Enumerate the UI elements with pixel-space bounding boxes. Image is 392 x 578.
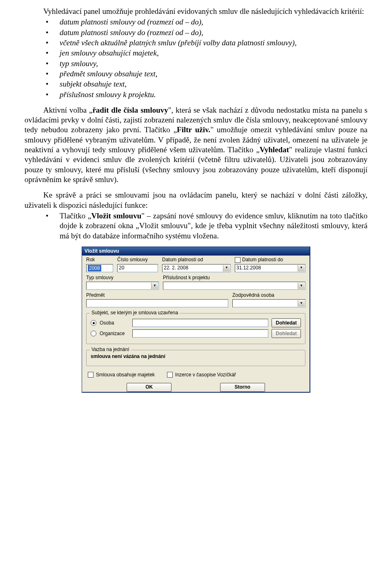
platdo-label: Datum platnosti do (242, 257, 283, 263)
vazba-groupbox: Vazba na jednání smlouva není vázána na … (86, 350, 305, 366)
platdo-checkbox[interactable] (235, 257, 241, 263)
prislusnost-label: Příslušnost k projektu (163, 275, 305, 281)
typ-label: Typ smlouvy (86, 275, 159, 281)
majetek-checkbox[interactable] (88, 372, 94, 378)
ok-button[interactable]: OK (127, 383, 172, 392)
zodpovedna-combo[interactable]: ▼ (232, 299, 305, 307)
osoba-label: Osoba (100, 320, 129, 326)
chevron-down-icon[interactable]: ▼ (298, 265, 305, 271)
osoba-input[interactable] (132, 319, 268, 327)
cislo-label: Číslo smlouvy (117, 257, 158, 263)
organizace-radio[interactable] (91, 331, 96, 336)
storno-button[interactable]: Storno (220, 383, 265, 392)
osoba-radio[interactable] (91, 320, 96, 326)
subject-legend: Subjekt, se kterým je smlouva uzavřena (90, 310, 180, 316)
rok-label: Rok (86, 257, 113, 263)
chevron-down-icon[interactable]: ▼ (151, 282, 158, 289)
function-item: Tlačítko „Vložit smlouvu" – zapsání nové… (24, 211, 368, 241)
inzerce-checkbox[interactable] (167, 372, 173, 378)
dialog-titlebar[interactable]: Vložit smlouvu (82, 247, 310, 256)
predmet-label: Předmět (86, 292, 228, 298)
organizace-label: Organizace (100, 331, 129, 337)
criteria-item: příslušnost smlouvy k projektu. (24, 90, 368, 100)
criteria-item: typ smlouvy, (24, 59, 368, 69)
functions-intro: Ke správě a práci se smlouvami jsou na o… (24, 190, 368, 210)
vazba-text: smlouva není vázána na jednání (91, 353, 301, 360)
majetek-label: Smlouva obsahuje majetek (96, 372, 155, 378)
platod-label: Datum platnosti od (162, 257, 231, 263)
vazba-legend: Vazba na jednání (90, 347, 131, 353)
chevron-down-icon[interactable]: ▼ (223, 265, 230, 271)
subject-groupbox: Subjekt, se kterým je smlouva uzavřena O… (86, 313, 305, 344)
criteria-list: datum platnosti smlouvy od (rozmezí od –… (24, 17, 368, 100)
typ-combo[interactable]: ▼ (86, 282, 159, 290)
rok-input[interactable]: 2008 (86, 264, 113, 272)
platod-input[interactable]: 22. 2. 2008▼ (162, 264, 231, 272)
criteria-item: předmět smlouvy obsahuje text, (24, 69, 368, 79)
cislo-input[interactable]: 20 (117, 264, 158, 272)
criteria-item: jen smlouvy obsahující majetek, (24, 48, 368, 58)
criteria-item: subjekt obsahuje text, (24, 79, 368, 89)
insert-contract-dialog: Vložit smlouvu Rok 2008 Číslo smlouvy 20… (82, 247, 310, 393)
functions-list: Tlačítko „Vložit smlouvu" – zapsání nové… (24, 211, 368, 241)
dohledat-osoba-button[interactable]: Dohledat (272, 318, 301, 327)
organizace-input[interactable] (132, 329, 268, 338)
prislusnost-combo[interactable]: ▼ (163, 282, 305, 290)
description-paragraph: Aktivní volba „řadit dle čísla smlouvy",… (24, 105, 368, 185)
predmet-input[interactable] (86, 299, 228, 307)
platdo-input[interactable]: 31.12.2008▼ (235, 264, 305, 272)
criteria-item: datum platnosti smlouvy do (rozmezí od –… (24, 28, 368, 38)
zodpovedna-label: Zodpovědná osoba (232, 292, 305, 298)
chevron-down-icon[interactable]: ▼ (298, 282, 305, 289)
chevron-down-icon[interactable]: ▼ (298, 300, 305, 307)
criteria-item: včetně všech aktuálně platných smluv (př… (24, 38, 368, 48)
dohledat-org-button: Dohledat (272, 329, 301, 338)
intro-paragraph: Vyhledávací panel umožňuje prohledávání … (24, 7, 368, 16)
inzerce-label: Inzerce v časopise Vozíčkář (175, 372, 236, 378)
criteria-item: datum platnosti smlouvy od (rozmezí od –… (24, 17, 368, 27)
